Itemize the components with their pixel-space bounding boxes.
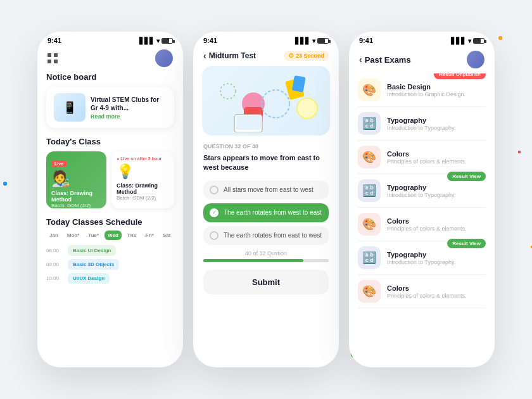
- schedule-title: Today Classes Schedule: [46, 217, 174, 227]
- class-card-live[interactable]: Live 🧑‍🎨 Class: Drawing Method Batch: GD…: [46, 151, 106, 208]
- batch-1: Batch: GDM (2/2): [51, 203, 101, 208]
- phone1-top-header: [37, 47, 183, 72]
- back-button-3[interactable]: ‹ Past Exams: [359, 54, 411, 65]
- svg-point-9: [220, 84, 236, 99]
- day-tue[interactable]: Tue*: [85, 231, 102, 240]
- exam-sub-5: Introduction to Typography.: [387, 259, 486, 265]
- exam-sub-4: Principles of colors & elements.: [387, 225, 486, 232]
- schedule-rows: 08:00 Basic UI Design 09:00 Basic 3D Obj…: [46, 245, 174, 284]
- svg-rect-3: [236, 116, 261, 130]
- svg-point-6: [262, 90, 289, 118]
- notice-title: Virtual STEM Clubs for Gr 4-9 with...: [91, 96, 167, 112]
- battery-icon-3: [473, 38, 484, 44]
- exam-list: Result Unpublish 🎨 Basic Design Introduc…: [349, 73, 495, 308]
- day-mon[interactable]: Mon*: [64, 231, 83, 240]
- option-row-1[interactable]: All stars move from east to west: [203, 180, 329, 200]
- schedule-row-3: 10:00 UI/UX Design: [46, 273, 174, 284]
- option-circle-2: ✓: [210, 208, 218, 217]
- back-arrow-icon: ‹: [203, 51, 206, 61]
- day-sat[interactable]: Sat: [160, 231, 174, 240]
- class-chip-basic-ui[interactable]: Basic UI Design: [68, 245, 116, 256]
- submit-button[interactable]: Submit: [203, 270, 329, 294]
- time-3: 9:41: [359, 37, 373, 44]
- phone3-header: ‹ Past Exams: [349, 47, 495, 73]
- live-badge: Live: [51, 160, 66, 167]
- status-icons-3: ▋▋▋ ▾: [451, 37, 484, 44]
- exam-sub-6: Principles of colors & elements.: [387, 293, 486, 299]
- schedule-row-1: 08:00 Basic UI Design: [46, 245, 174, 256]
- phone1-main-content: Notice board 📱 Virtual STEM Clubs for Gr…: [37, 72, 183, 284]
- notice-text-block: Virtual STEM Clubs for Gr 4-9 with... Re…: [91, 96, 167, 120]
- phone3-past-exams: 9:41 ▋▋▋ ▾ ‹ Past Exams Result Unpublish…: [349, 32, 495, 367]
- progress-section: 40 of 32 Qustion Submit: [193, 250, 339, 294]
- option-row-2[interactable]: ✓ The earth rotates from west to east: [203, 203, 329, 222]
- signal-icon-2: ▋▋▋: [295, 37, 310, 44]
- exam-icon-6: 🎨: [358, 280, 381, 303]
- avatar[interactable]: [155, 49, 173, 67]
- batch-2: Batch: GDM (2/2): [117, 195, 169, 201]
- exam-info-6: Colors Principles of colors & elements.: [387, 284, 486, 299]
- class-name-2: Class: Drawing Method: [117, 182, 169, 195]
- status-bar-1: 9:41 ▋▋▋ ▾: [37, 32, 183, 47]
- schedule-section: Today Classes Schedule Jan Mon* Tue* Wed…: [46, 217, 174, 284]
- exam-name-6: Colors: [387, 284, 486, 292]
- option-text-2: The earth rotates from west to east: [224, 209, 322, 216]
- wifi-icon: ▾: [156, 37, 160, 44]
- avatar-3[interactable]: [467, 51, 484, 68]
- exam-name-1: Typography: [387, 117, 486, 124]
- quiz-header: ‹ Midturm Test ⏱ 23 Second: [193, 47, 339, 66]
- option-circle-1: [210, 186, 218, 194]
- option-text-3: The earth rotates from east to west: [224, 232, 322, 239]
- exam-icon-4: 🎨: [358, 213, 381, 236]
- notice-card[interactable]: 📱 Virtual STEM Clubs for Gr 4-9 with... …: [46, 87, 174, 128]
- day-thu[interactable]: Thu: [124, 231, 140, 240]
- status-icons-2: ▋▋▋ ▾: [295, 37, 329, 44]
- timer-icon: ⏱: [288, 53, 294, 59]
- option-row-3[interactable]: The earth rotates from east to west: [203, 226, 329, 245]
- day-wed[interactable]: Wed: [104, 231, 122, 240]
- exam-sub-2: Principles of colors & elements.: [387, 158, 486, 165]
- quiz-body: QUESTION 32 OF 40 Stars appears to move …: [193, 143, 339, 245]
- status-bar-2: 9:41 ▋▋▋ ▾: [193, 32, 339, 47]
- class-card-upcoming[interactable]: Live on after 2 hour 💡 Class: Drawing Me…: [111, 151, 174, 208]
- exam-item-4[interactable]: 🎨 Colors Principles of colors & elements…: [358, 208, 486, 241]
- quiz-illustration: 💡: [202, 66, 330, 136]
- status-icons-1: ▋▋▋ ▾: [139, 37, 173, 44]
- exam-item-2[interactable]: 🎨 Colors Principles of colors & elements…: [358, 141, 486, 174]
- live-soon-label: Live on after 2 hour: [117, 156, 169, 161]
- option-text-1: All stars move from east to west: [224, 186, 314, 193]
- class-name-1: Class: Drawing Method: [51, 190, 101, 203]
- phone1-dashboard: 9:41 ▋▋▋ ▾ Notice board 📱 Virtual STEM C…: [37, 32, 183, 367]
- exam-icon-2: 🎨: [358, 146, 381, 168]
- question-text: Stars appears to move from east to west …: [203, 153, 329, 173]
- exam-item-6[interactable]: 🎨 Colors Principles of colors & elements…: [358, 275, 486, 308]
- read-more-link[interactable]: Read more: [91, 113, 167, 120]
- time-0800: 08:00: [46, 248, 64, 253]
- exam-info-1: Typography Introduction to Typography.: [387, 117, 486, 131]
- notice-image: 📱: [54, 93, 86, 122]
- exam-info-5: Typography Introduction to Typography.: [387, 251, 486, 265]
- signal-icon-3: ▋▋▋: [451, 37, 466, 44]
- question-meta: QUESTION 32 OF 40: [203, 143, 329, 149]
- back-button[interactable]: ‹ Midturm Test: [203, 51, 256, 61]
- exam-info-2: Colors Principles of colors & elements.: [387, 150, 486, 165]
- time-2: 9:41: [203, 37, 217, 44]
- battery-icon: [162, 38, 173, 44]
- day-fri[interactable]: Fri*: [142, 231, 157, 240]
- schedule-row-2: 09:00 Basic 3D Objects: [46, 259, 174, 270]
- exam-name-2: Colors: [387, 150, 486, 158]
- grid-menu-icon[interactable]: [48, 53, 58, 63]
- day-jan[interactable]: Jan: [46, 231, 61, 240]
- exam-icon-3: 🔡: [358, 179, 381, 202]
- class-chip-uiux[interactable]: UI/UX Design: [68, 273, 110, 284]
- exam-icon-1: 🔡: [358, 112, 381, 135]
- class-chip-3d[interactable]: Basic 3D Objects: [68, 259, 119, 270]
- progress-label: 40 of 32 Qustion: [203, 250, 329, 256]
- exam-item-1[interactable]: 🔡 Typography Introduction to Typography.: [358, 107, 486, 141]
- progress-bar-fill: [203, 259, 303, 262]
- exam-sub-3: Introduction to Typography.: [387, 192, 486, 198]
- result-view-badge-2: Result View: [447, 239, 486, 248]
- exam-info-0: Basic Design Introduction to Graphic Des…: [387, 83, 486, 98]
- notice-board-title: Notice board: [46, 72, 174, 82]
- exam-name-0: Basic Design: [387, 83, 486, 91]
